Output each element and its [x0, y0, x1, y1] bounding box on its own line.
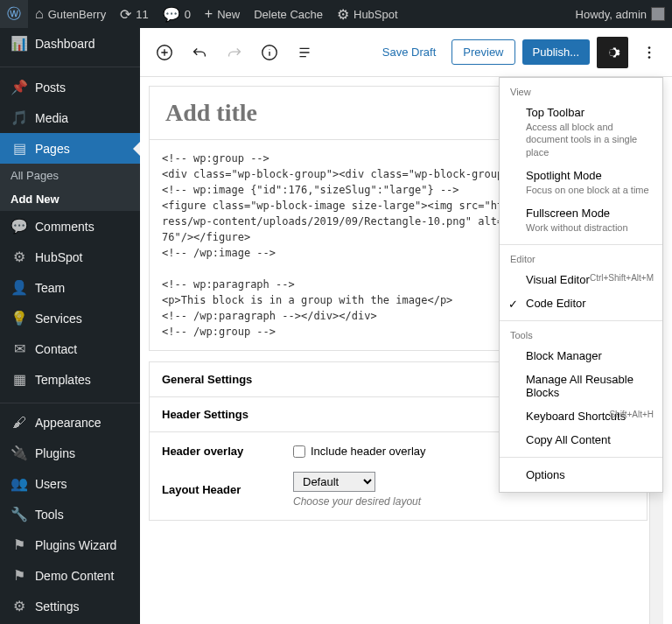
- more-menu-dropdown: View Top ToolbarAccess all block and doc…: [499, 77, 663, 493]
- mail-icon: ✉: [10, 340, 28, 357]
- menu-demo-content[interactable]: ⚑Demo Content: [0, 560, 140, 591]
- submenu-add-new[interactable]: Add New: [0, 187, 140, 211]
- plugin-icon: 🔌: [10, 445, 28, 461]
- hubspot-icon: ⚙: [10, 249, 28, 265]
- account[interactable]: Howdy, admin: [569, 0, 672, 28]
- svg-point-3: [648, 51, 651, 53]
- plus-icon: +: [205, 6, 213, 22]
- menu-pages[interactable]: ▤Pages: [0, 133, 140, 164]
- menu-contact[interactable]: ✉Contact: [0, 333, 140, 364]
- menu-team[interactable]: 👤Team: [0, 272, 140, 303]
- keyboard-shortcuts-option[interactable]: Keyboard ShortcutsShift+Alt+H: [500, 404, 662, 428]
- settings-toggle[interactable]: [597, 37, 628, 68]
- bulb-icon: 💡: [10, 310, 28, 326]
- editor-toolbar: Save Draft Preview Publish...: [140, 28, 672, 77]
- top-toolbar-option[interactable]: Top ToolbarAccess all block and document…: [500, 101, 662, 164]
- settings-icon: ⚙: [10, 598, 28, 614]
- dashboard-icon: 📊: [10, 35, 28, 52]
- redo-button[interactable]: [219, 37, 250, 68]
- comment-icon: 💬: [163, 6, 180, 23]
- save-draft-button[interactable]: Save Draft: [374, 40, 444, 64]
- more-menu-button[interactable]: [635, 37, 663, 68]
- spotlight-option[interactable]: Spotlight ModeFocus on one block at a ti…: [500, 164, 662, 201]
- brush-icon: 🖌: [10, 415, 28, 431]
- layout-hint: Choose your desired layout: [293, 495, 634, 508]
- block-manager-option[interactable]: Block Manager: [500, 344, 662, 368]
- visual-editor-option[interactable]: Visual EditorCtrl+Shift+Alt+M: [500, 268, 662, 291]
- pin-icon: 📌: [10, 79, 28, 95]
- updates[interactable]: ⟳11: [113, 0, 155, 28]
- hubspot-icon: ⚙: [337, 6, 349, 23]
- options-option[interactable]: Options: [500, 463, 662, 487]
- publish-button[interactable]: Publish...: [522, 39, 590, 65]
- media-icon: 🎵: [10, 109, 28, 126]
- demo-icon: ⚑: [10, 567, 28, 584]
- menu-posts[interactable]: 📌Posts: [0, 72, 140, 102]
- undo-button[interactable]: [184, 37, 215, 68]
- refresh-icon: ⟳: [120, 6, 131, 23]
- menu-dashboard[interactable]: 📊Dashboard: [0, 28, 140, 59]
- submenu-all-pages[interactable]: All Pages: [0, 164, 140, 187]
- flag-icon: ⚑: [10, 536, 28, 553]
- wrench-icon: 🔧: [10, 506, 28, 522]
- site-name[interactable]: ⌂GutenBerry: [28, 0, 113, 28]
- add-block-button[interactable]: [149, 37, 180, 68]
- menu-tools[interactable]: 🔧Tools: [0, 499, 140, 529]
- check-icon: ✓: [508, 298, 518, 311]
- svg-point-4: [648, 56, 651, 59]
- wordpress-icon: ⓦ: [7, 5, 21, 24]
- menu-settings[interactable]: ⚙Settings: [0, 591, 140, 621]
- template-icon: ▦: [10, 371, 28, 388]
- admin-sidebar: 📊Dashboard 📌Posts 🎵Media ▤Pages All Page…: [0, 28, 140, 624]
- new-content[interactable]: +New: [198, 0, 247, 28]
- outline-button[interactable]: [289, 37, 320, 68]
- site-name-text: GutenBerry: [48, 8, 106, 21]
- include-overlay-label: Include header overlay: [311, 445, 426, 458]
- preview-button[interactable]: Preview: [452, 39, 514, 65]
- view-section-label: View: [500, 83, 662, 101]
- copy-all-option[interactable]: Copy All Content: [500, 428, 662, 452]
- reusable-blocks-option[interactable]: Manage All Reusable Blocks: [500, 368, 662, 404]
- home-icon: ⌂: [35, 6, 44, 22]
- menu-plugins-wizard[interactable]: ⚑Plugins Wizard: [0, 529, 140, 560]
- team-icon: 👤: [10, 279, 28, 296]
- menu-plugins[interactable]: 🔌Plugins: [0, 438, 140, 468]
- layout-header-label: Layout Header: [162, 483, 293, 496]
- menu-media[interactable]: 🎵Media: [0, 102, 140, 133]
- menu-comments[interactable]: 💬Comments: [0, 211, 140, 242]
- delete-cache[interactable]: Delete Cache: [247, 0, 330, 28]
- page-icon: ▤: [10, 140, 28, 157]
- svg-point-2: [648, 46, 651, 49]
- header-overlay-checkbox[interactable]: [293, 445, 305, 458]
- menu-users[interactable]: 👥Users: [0, 468, 140, 499]
- menu-services[interactable]: 💡Services: [0, 303, 140, 333]
- code-editor-option[interactable]: ✓Code Editor: [500, 291, 662, 315]
- header-overlay-label: Header overlay: [162, 445, 293, 458]
- comment-icon: 💬: [10, 218, 28, 235]
- hubspot-bar[interactable]: ⚙HubSpot: [330, 0, 405, 28]
- avatar: [651, 7, 665, 21]
- users-icon: 👥: [10, 475, 28, 492]
- admin-bar: ⓦ ⌂GutenBerry ⟳11 💬0 +New Delete Cache ⚙…: [0, 0, 672, 28]
- layout-header-select[interactable]: Default: [293, 472, 375, 492]
- menu-hubspot[interactable]: ⚙HubSpot: [0, 242, 140, 272]
- menu-appearance[interactable]: 🖌Appearance: [0, 408, 140, 438]
- info-button[interactable]: [254, 37, 285, 68]
- menu-templates[interactable]: ▦Templates: [0, 364, 140, 395]
- wp-logo[interactable]: ⓦ: [0, 0, 28, 28]
- tools-section-label: Tools: [500, 326, 662, 344]
- comments-count[interactable]: 💬0: [156, 0, 198, 28]
- fullscreen-option[interactable]: Fullscreen ModeWork without distraction: [500, 201, 662, 239]
- editor-section-label: Editor: [500, 250, 662, 268]
